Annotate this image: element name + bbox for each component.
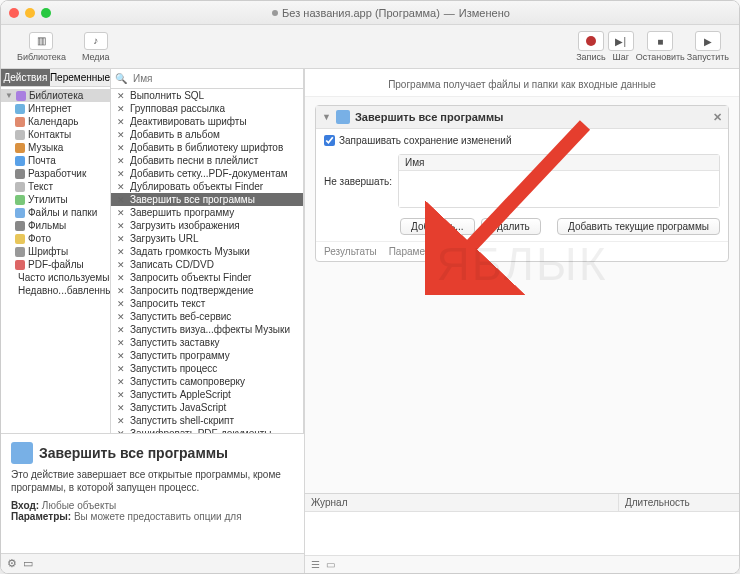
action-item[interactable]: ✕Запросить объекты Finder [111, 271, 303, 284]
stop-button[interactable]: ■ Остановить [636, 31, 685, 62]
tab-results[interactable]: Результаты [324, 246, 377, 257]
disclosure-triangle-icon[interactable]: ▼ [322, 112, 331, 122]
workflow-column: Программа получает файлы и папки как вхо… [305, 69, 739, 573]
log-outline-view-icon[interactable]: ▭ [326, 559, 335, 570]
action-item-icon: ✕ [115, 402, 126, 413]
action-item[interactable]: ✕Записать CD/DVD [111, 258, 303, 271]
step-action-icon [336, 110, 350, 124]
library-item[interactable]: Интернет [1, 102, 110, 115]
action-item-icon: ✕ [115, 363, 126, 374]
action-item[interactable]: ✕Запустить самопроверку [111, 375, 303, 388]
library-toolbar-button[interactable]: ▥ Библиотека [11, 30, 72, 64]
library-item[interactable]: Шрифты [1, 245, 110, 258]
library-root[interactable]: ▼ Библиотека [1, 89, 110, 102]
library-item[interactable]: Файлы и папки [1, 206, 110, 219]
step-button[interactable]: ▶| Шаг [608, 31, 634, 62]
action-item[interactable]: ✕Задать громкость Музыки [111, 245, 303, 258]
window-controls [9, 8, 51, 18]
library-item[interactable]: Музыка [1, 141, 110, 154]
action-item[interactable]: ✕Добавить в альбом [111, 128, 303, 141]
action-item[interactable]: ✕Запустить визуа...ффекты Музыки [111, 323, 303, 336]
tab-actions[interactable]: Действия [1, 69, 50, 86]
action-item[interactable]: ✕Запустить AppleScript [111, 388, 303, 401]
search-row: 🔍 [111, 69, 303, 89]
exclude-apps-table[interactable]: Имя [398, 154, 720, 208]
record-button[interactable]: Запись [576, 31, 606, 62]
add-current-apps-button[interactable]: Добавить текущие программы [557, 218, 720, 235]
action-item[interactable]: ✕Запросить подтверждение [111, 284, 303, 297]
library-item[interactable]: Недавно...бавленные [1, 284, 110, 297]
log-col-duration[interactable]: Длительность [619, 494, 739, 511]
action-item[interactable]: ✕Загрузить изображения [111, 219, 303, 232]
category-icon [15, 156, 25, 166]
library-item[interactable]: Разработчик [1, 167, 110, 180]
action-item[interactable]: ✕Запустить shell-скрипт [111, 414, 303, 427]
library-item[interactable]: Фильмы [1, 219, 110, 232]
library-item[interactable]: Календарь [1, 115, 110, 128]
step-header[interactable]: ▼ Завершить все программы ✕ [316, 106, 728, 129]
action-item[interactable]: ✕Завершить программу [111, 206, 303, 219]
library-item[interactable]: Контакты [1, 128, 110, 141]
zoom-window-button[interactable] [41, 8, 51, 18]
category-icon [15, 104, 25, 114]
toolbar: ▥ Библиотека ♪ Медиа Запись ▶| Шаг ■ Ост… [1, 25, 739, 69]
step-icon: ▶| [608, 31, 634, 51]
tab-parameters[interactable]: Параметры [389, 246, 442, 257]
add-app-button[interactable]: Добавить... [400, 218, 475, 235]
action-item[interactable]: ✕Добавить песни в плейлист [111, 154, 303, 167]
action-item[interactable]: ✕Деактивировать шрифты [111, 115, 303, 128]
search-icon: 🔍 [115, 73, 127, 84]
action-item[interactable]: ✕Запустить процесс [111, 362, 303, 375]
gear-icon[interactable]: ⚙ [7, 557, 17, 570]
outline-icon[interactable]: ▭ [23, 557, 33, 570]
action-item[interactable]: ✕Запустить JavaScript [111, 401, 303, 414]
close-window-button[interactable] [9, 8, 19, 18]
log-body[interactable] [305, 512, 739, 555]
library-item[interactable]: Утилиты [1, 193, 110, 206]
table-col-name: Имя [405, 157, 424, 168]
run-button[interactable]: ▶ Запустить [687, 31, 729, 62]
action-item[interactable]: ✕Запустить программу [111, 349, 303, 362]
library-item[interactable]: Фото [1, 232, 110, 245]
action-item-icon: ✕ [115, 181, 126, 192]
ask-save-checkbox[interactable] [324, 135, 335, 146]
tab-variables[interactable]: Переменные [50, 69, 110, 86]
action-item[interactable]: ✕Выполнить SQL [111, 89, 303, 102]
library-list[interactable]: ▼ Библиотека ИнтернетКалендарьКонтактыМу… [1, 87, 110, 433]
action-item[interactable]: ✕Добавить в библиотеку шрифтов [111, 141, 303, 154]
action-item[interactable]: ✕Запустить заставку [111, 336, 303, 349]
workflow-canvas[interactable]: ▼ Завершить все программы ✕ Запрашивать … [305, 97, 739, 493]
library-item[interactable]: Текст [1, 180, 110, 193]
action-item[interactable]: ✕Запросить текст [111, 297, 303, 310]
library-item[interactable]: Почта [1, 154, 110, 167]
log-col-journal[interactable]: Журнал [305, 494, 619, 511]
action-item-icon: ✕ [115, 311, 126, 322]
search-input[interactable] [131, 71, 299, 86]
library-icon [16, 91, 26, 101]
media-toolbar-button[interactable]: ♪ Медиа [76, 30, 116, 64]
action-item-icon: ✕ [115, 272, 126, 283]
action-item-icon: ✕ [115, 415, 126, 426]
actions-column: 🔍 ✕Выполнить SQL✕Групповая рассылка✕Деак… [111, 69, 304, 433]
remove-app-button[interactable]: Удалить [481, 218, 541, 235]
close-step-button[interactable]: ✕ [713, 111, 722, 124]
sidebar-tabs: Действия Переменные [1, 69, 110, 87]
library-item[interactable]: PDF-файлы [1, 258, 110, 271]
library-item[interactable]: Часто используемые [1, 271, 110, 284]
main-area: Действия Переменные ▼ Библиотека Интерне… [1, 69, 739, 573]
action-item[interactable]: ✕Групповая рассылка [111, 102, 303, 115]
action-item[interactable]: ✕Загрузить URL [111, 232, 303, 245]
library-sidebar: Действия Переменные ▼ Библиотека Интерне… [1, 69, 111, 433]
action-item-icon: ✕ [115, 142, 126, 153]
action-item[interactable]: ✕Запустить веб-сервис [111, 310, 303, 323]
actions-list[interactable]: ✕Выполнить SQL✕Групповая рассылка✕Деакти… [111, 89, 303, 433]
action-item-icon: ✕ [115, 246, 126, 257]
info-panel: Завершить все программы Это действие зав… [1, 433, 304, 553]
document-status: Изменено [459, 7, 510, 19]
category-icon [15, 182, 25, 192]
minimize-window-button[interactable] [25, 8, 35, 18]
log-list-view-icon[interactable]: ☰ [311, 559, 320, 570]
action-item[interactable]: ✕Добавить сетку...PDF-документам [111, 167, 303, 180]
action-item[interactable]: ✕Завершить все программы [111, 193, 303, 206]
action-item[interactable]: ✕Дублировать объекты Finder [111, 180, 303, 193]
